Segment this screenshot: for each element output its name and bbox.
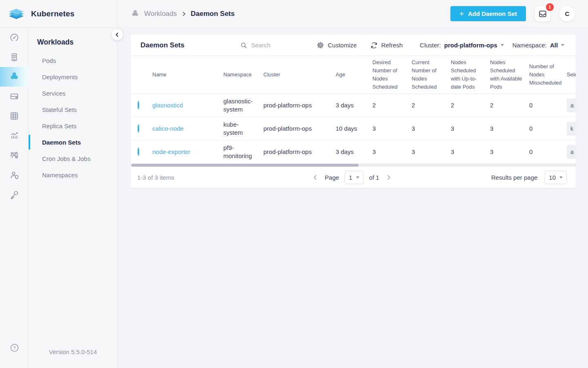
sidebar-collapse-button[interactable] bbox=[111, 29, 123, 40]
top-bar: Workloads Daemon Sets + Add Daemon Set bbox=[118, 0, 588, 28]
sidebar: Workloads Pods Deployments Services Stat… bbox=[29, 28, 118, 368]
cell-cluster: prod-platform-ops bbox=[263, 148, 336, 156]
sidebar-title: Workloads bbox=[29, 28, 117, 52]
gear-icon bbox=[316, 41, 324, 49]
cell-namespace: kube-system bbox=[223, 120, 263, 137]
sidebar-item-pods[interactable]: Pods bbox=[29, 52, 117, 69]
cluster-value: prod-platform-ops bbox=[444, 42, 497, 49]
sidebar-item-namespaces[interactable]: Namespaces bbox=[29, 167, 117, 183]
cell-age: 10 days bbox=[336, 125, 372, 133]
daemonset-name-link[interactable]: glasnosticd bbox=[152, 102, 183, 109]
table-row: node-exporter pf9-monitoring prod-platfo… bbox=[131, 141, 576, 164]
cell-current: 3 bbox=[412, 148, 451, 156]
page-label: Page bbox=[325, 174, 339, 181]
customize-label: Customize bbox=[328, 42, 357, 49]
namespace-label: Namespace: bbox=[512, 42, 547, 49]
caret-down-icon bbox=[559, 176, 563, 178]
column-selector: Selector bbox=[567, 71, 576, 79]
sidebar-item-replica-sets[interactable]: Replica Sets bbox=[29, 118, 117, 134]
refresh-button[interactable]: Refresh bbox=[370, 42, 403, 49]
results-per-page-select[interactable]: 10 bbox=[545, 171, 567, 184]
rail-item-workloads[interactable] bbox=[0, 67, 29, 87]
main-content: Daemon Sets Customize bbox=[118, 28, 588, 368]
caret-down-icon bbox=[561, 44, 564, 46]
column-current-nodes: Current Number of Nodes Scheduled bbox=[412, 58, 451, 91]
workloads-cubes-icon bbox=[131, 9, 140, 18]
page-select[interactable]: 1 bbox=[345, 171, 363, 184]
table-row: calico-node kube-system prod-platform-op… bbox=[131, 117, 576, 141]
results-per-page-value: 10 bbox=[549, 174, 556, 181]
rail-item-api-access[interactable] bbox=[0, 185, 29, 204]
page-of-label: of 1 bbox=[369, 174, 379, 181]
rail-item-apps[interactable] bbox=[0, 106, 29, 126]
row-radio[interactable] bbox=[138, 101, 139, 109]
sidebar-item-services[interactable]: Services bbox=[29, 85, 117, 101]
column-uptodate-nodes: Nodes Scheduled with Up-to-date Pods bbox=[451, 58, 490, 91]
page-value: 1 bbox=[349, 174, 352, 181]
cell-uptodate: 3 bbox=[451, 148, 490, 156]
rail-item-infrastructure[interactable] bbox=[0, 47, 29, 67]
customize-button[interactable]: Customize bbox=[316, 41, 357, 49]
infrastructure-building-icon bbox=[9, 52, 19, 62]
rail-item-help[interactable]: ? bbox=[0, 338, 29, 357]
selector-pill: a bbox=[567, 98, 576, 112]
daemonset-name-link[interactable]: node-exporter bbox=[152, 148, 190, 155]
column-available-nodes: Nodes Scheduled with Available Pods bbox=[490, 58, 529, 91]
search-input[interactable] bbox=[251, 42, 288, 49]
sidebar-item-label: Services bbox=[42, 90, 66, 97]
cell-namespace: pf9-monitoring bbox=[223, 144, 263, 160]
add-daemon-set-label: Add Daemon Set bbox=[468, 10, 517, 17]
sidebar-item-cron-jobs[interactable]: Cron Jobs & Jobs bbox=[29, 150, 117, 167]
breadcrumb-current: Daemon Sets bbox=[191, 10, 235, 18]
user-avatar[interactable]: C bbox=[559, 6, 575, 22]
sidebar-item-label: Cron Jobs & Jobs bbox=[42, 155, 90, 162]
version-label: Version 5.5.0-514 bbox=[29, 348, 117, 368]
refresh-label: Refresh bbox=[381, 42, 403, 49]
search-box[interactable] bbox=[240, 42, 288, 49]
sidebar-item-deployments[interactable]: Deployments bbox=[29, 69, 117, 85]
table-header: Name Namespace Cluster Age Desired Numbe… bbox=[131, 56, 576, 94]
cell-desired: 2 bbox=[372, 101, 412, 109]
sidebar-item-daemon-sets[interactable]: Daemon Sets bbox=[29, 134, 117, 150]
users-group-gear-icon bbox=[9, 150, 20, 161]
help-question-icon: ? bbox=[9, 343, 20, 353]
breadcrumb-parent[interactable]: Workloads bbox=[144, 10, 177, 18]
add-daemon-set-button[interactable]: + Add Daemon Set bbox=[450, 6, 526, 21]
sidebar-item-label: Namespaces bbox=[42, 172, 78, 178]
row-radio[interactable] bbox=[138, 124, 139, 133]
user-shield-icon bbox=[9, 170, 20, 180]
chevron-right-icon bbox=[181, 11, 186, 16]
svg-text:?: ? bbox=[13, 345, 16, 350]
namespace-dropdown[interactable]: Namespace: All bbox=[512, 42, 564, 49]
logo-area[interactable]: Kubernetes bbox=[0, 0, 118, 28]
selector-pill: k bbox=[567, 122, 576, 136]
brand-name: Kubernetes bbox=[31, 9, 75, 18]
sidebar-item-label: Replica Sets bbox=[42, 123, 76, 129]
caret-down-icon bbox=[356, 176, 359, 178]
column-age: Age bbox=[336, 71, 372, 79]
previous-page-button[interactable] bbox=[312, 174, 319, 181]
cluster-label: Cluster: bbox=[420, 42, 441, 49]
chevron-left-icon bbox=[115, 32, 120, 37]
daemon-sets-card: Daemon Sets Customize bbox=[131, 35, 576, 188]
rail-item-dashboard[interactable] bbox=[0, 28, 29, 47]
rail-item-storage[interactable] bbox=[0, 87, 29, 106]
next-page-button[interactable] bbox=[385, 174, 392, 181]
card-toolbar: Daemon Sets Customize bbox=[131, 35, 576, 56]
daemonset-name-link[interactable]: calico-node bbox=[152, 125, 184, 132]
horizontal-scrollbar-thumb[interactable] bbox=[131, 164, 359, 167]
column-misscheduled-nodes: Number of Nodes Misscheduled bbox=[529, 62, 567, 87]
column-desired-nodes: Desired Number of Nodes Scheduled bbox=[372, 58, 412, 91]
cluster-dropdown[interactable]: Cluster: prod-platform-ops bbox=[420, 42, 504, 49]
notification-badge: 1 bbox=[546, 3, 554, 11]
icon-rail: ? bbox=[0, 28, 29, 368]
rail-item-access-control[interactable] bbox=[0, 165, 29, 185]
table-row: glasnosticd glasnostic-system prod-platf… bbox=[131, 94, 576, 117]
rail-item-monitoring[interactable] bbox=[0, 126, 29, 145]
rail-item-user-management[interactable] bbox=[0, 145, 29, 165]
row-radio[interactable] bbox=[138, 147, 139, 156]
cell-desired: 3 bbox=[372, 125, 412, 133]
pagination-controls: Page 1 of 1 bbox=[312, 171, 392, 184]
sidebar-item-stateful-sets[interactable]: Stateful Sets bbox=[29, 101, 117, 118]
sidebar-item-label: Stateful Sets bbox=[42, 106, 77, 113]
